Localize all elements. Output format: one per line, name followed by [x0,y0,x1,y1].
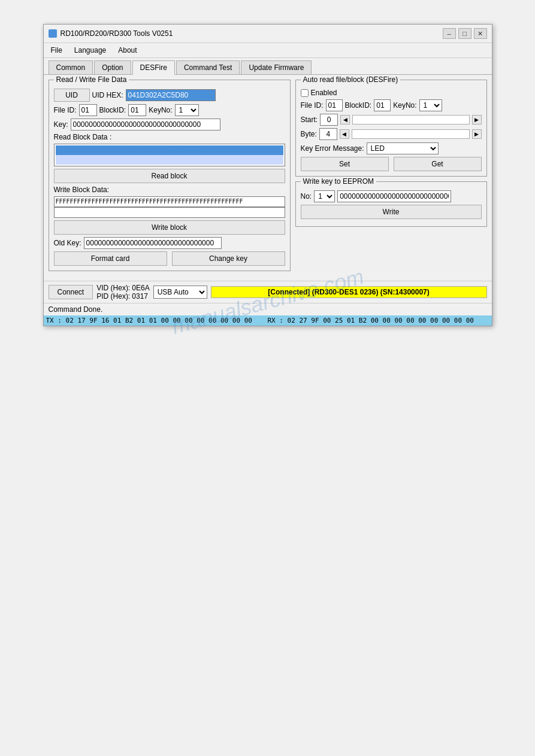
panels-row: Read / Write File Data UID UID HEX: File… [49,80,487,276]
ar-file-id-field[interactable] [326,99,343,111]
set-get-row: Set Get [301,157,482,171]
maximize-button[interactable]: □ [458,28,471,39]
auto-read-content: Enabled File ID: BlockID: KeyNo: 1 [301,89,482,171]
key-error-label: Key Error Message: [301,144,364,153]
start-increment-button[interactable]: ▶ [472,115,482,125]
menu-file[interactable]: File [49,45,65,56]
block-id-field[interactable] [128,104,146,116]
right-panel: Auto read file/block (DESFire) Enabled F… [295,80,487,276]
rx-text: RX : 02 27 9F 00 25 01 B2 00 00 00 00 00… [268,317,474,324]
vid-row: VID (Hex): 0E6A [96,284,149,292]
tab-update-firmware[interactable]: Update Firmware [241,60,312,74]
change-key-button[interactable]: Change key [172,251,285,266]
no-label: No: [301,192,312,201]
byte-decrement-button[interactable]: ◀ [340,129,349,139]
old-key-label: Old Key: [54,239,81,247]
key-row: Key: [54,119,285,130]
start-field[interactable] [320,114,338,126]
title-bar: RD100/RD200/RD300 Tools V0251 – □ ✕ [44,25,492,43]
pid-label: PID (Hex): [96,292,130,300]
byte-row: Byte: ◀ ▶ [301,128,482,140]
write-data-area: FFFFFFFFFFFFFFFFFFFFFFFFFFFFFFFFFFFFFFFF… [54,196,285,207]
rx-section: RX : 02 27 9F 00 25 01 B2 00 00 00 00 00… [268,317,489,324]
connect-bar: Connect VID (Hex): 0E6A PID (Hex): 0317 … [44,281,492,303]
usb-auto-select[interactable]: USB Auto [153,286,207,299]
tab-command-test[interactable]: Command Test [176,60,240,74]
pid-row: PID (Hex): 0317 [96,292,149,300]
write-key-content: No: 1 2 Write [301,190,482,221]
tx-text: TX : 02 17 9F 16 01 B2 01 01 00 00 00 00… [46,317,252,324]
tx-section: TX : 02 17 9F 16 01 B2 01 01 00 00 00 00… [46,317,268,324]
old-key-row: Old Key: [54,237,285,249]
tab-bar: Common Option DESFire Command Test Updat… [44,58,492,75]
key-error-row: Key Error Message: LED Buzzer [301,142,482,154]
set-button[interactable]: Set [301,157,389,171]
write-block-data-label: Write Block Data: [54,186,109,194]
eeprom-key-field[interactable] [337,190,451,202]
main-content: Read / Write File Data UID UID HEX: File… [44,75,492,281]
old-key-field[interactable] [84,237,222,249]
get-button[interactable]: Get [394,157,482,171]
write-block-data-label-row: Write Block Data: [54,186,285,194]
ar-keyno-label: KeyNo: [393,101,416,110]
command-done-text: Command Done. [49,305,103,314]
connect-status: [Connected] (RD300-DES1 0236) (SN:143000… [211,286,487,298]
format-change-row: Format card Change key [54,251,285,266]
tab-desfire[interactable]: DESFire [132,60,175,75]
tab-common[interactable]: Common [49,60,93,74]
uid-button[interactable]: UID [54,89,90,102]
vid-pid-info: VID (Hex): 0E6A PID (Hex): 0317 [96,284,149,300]
write-key-group-title: Write key to EEPROM [301,177,376,186]
uid-hex-field[interactable] [126,89,216,101]
start-decrement-button[interactable]: ◀ [340,115,350,125]
rw-file-group: Read / Write File Data UID UID HEX: File… [49,80,291,271]
key-label: Key: [54,120,68,129]
title-controls: – □ ✕ [443,28,487,39]
start-track [352,115,469,125]
file-id-field[interactable] [79,104,97,116]
write-block-button[interactable]: Write block [54,220,285,235]
byte-increment-button[interactable]: ▶ [472,129,482,139]
title-bar-left: RD100/RD200/RD300 Tools V0251 [49,29,173,38]
write-eeprom-button[interactable]: Write [301,205,482,219]
no-select[interactable]: 1 2 [314,190,335,202]
tab-option[interactable]: Option [94,60,131,74]
auto-read-group-title: Auto read file/block (DESFire) [301,75,401,84]
start-row: Start: ◀ ▶ [301,114,482,126]
enabled-checkbox[interactable] [301,89,309,97]
uid-hex-label: UID HEX: [92,91,123,99]
no-key-row: No: 1 2 [301,190,482,202]
read-block-data-label: Read Block Data : [54,133,112,141]
menu-language[interactable]: Language [72,45,108,56]
ar-keyno-select[interactable]: 1 2 [419,99,442,111]
ar-block-id-field[interactable] [374,99,391,111]
byte-track [352,129,470,139]
ar-block-id-label: BlockID: [345,101,372,110]
byte-label: Byte: [301,130,317,138]
connect-button[interactable]: Connect [49,285,93,299]
ar-file-id-label: File ID: [301,101,324,110]
vid-label: VID (Hex): [96,284,130,292]
write-data-text: FFFFFFFFFFFFFFFFFFFFFFFFFFFFFFFFFFFFFFFF… [56,198,243,205]
minimize-button[interactable]: – [443,28,456,39]
key-field[interactable] [71,119,220,130]
app-icon [49,29,57,38]
write-progress-area [54,207,285,218]
enabled-label: Enabled [311,89,337,97]
read-block-data-row2 [56,155,283,165]
keyno-select[interactable]: 1 2 3 [175,104,199,116]
auto-read-group: Auto read file/block (DESFire) Enabled F… [295,80,487,177]
key-error-select[interactable]: LED Buzzer [367,142,439,154]
read-block-data-text: 0000000000000000000000000000000000000000… [56,145,240,152]
close-button[interactable]: ✕ [474,28,487,39]
file-block-key-row: File ID: BlockID: KeyNo: 1 2 3 [54,104,285,116]
byte-field[interactable] [319,128,337,140]
menu-about[interactable]: About [116,45,139,56]
enabled-row: Enabled [301,89,482,97]
read-block-button[interactable]: Read block [54,169,285,183]
rw-file-group-title: Read / Write File Data [54,75,129,84]
rw-file-content: UID UID HEX: File ID: BlockID: KeyNo: [54,89,285,266]
ar-file-block-key-row: File ID: BlockID: KeyNo: 1 2 [301,99,482,111]
vid-value: 0E6A [132,284,149,292]
format-card-button[interactable]: Format card [54,251,167,266]
